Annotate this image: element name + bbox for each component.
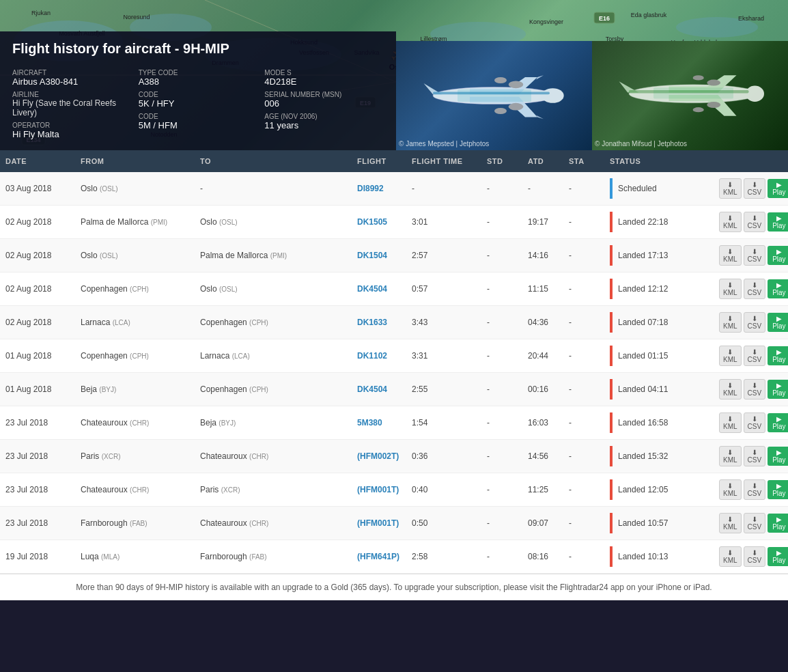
cell-status: Landed 15:32 [604, 440, 714, 473]
flight-link[interactable]: DK1505 [357, 217, 387, 227]
play-button[interactable]: ▶ Play [768, 413, 788, 432]
upgrade-banner: More than 90 days of 9H-MIP history is a… [0, 574, 788, 600]
flight-link[interactable]: DK4504 [357, 284, 387, 294]
play-button[interactable]: ▶ Play [768, 279, 788, 298]
play-button[interactable]: ▶ Play [768, 179, 788, 198]
mode-s-value: 4D218E [264, 76, 384, 87]
cell-from: Oslo (OSL) [75, 244, 195, 266]
csv-button[interactable]: ⬇ CSV [744, 279, 766, 299]
flight-link[interactable]: (HFM641P) [357, 552, 399, 561]
cell-sta: - [563, 178, 604, 199]
csv-button[interactable]: ⬇ CSV [744, 446, 766, 466]
cell-flight[interactable]: 5M380 [352, 412, 406, 434]
cell-status: Scheduled [604, 172, 714, 205]
cell-flight[interactable]: DI8992 [352, 178, 406, 199]
cell-from: Beja (BYJ) [75, 378, 195, 400]
flight-link[interactable]: DK1504 [357, 251, 387, 260]
play-button[interactable]: ▶ Play [768, 547, 788, 566]
kml-button[interactable]: ⬇ KML [719, 178, 742, 199]
status-text: Landed 17:13 [618, 251, 668, 260]
map-container: E16 E19 E134 Oslo ● Mosvath Austfjell Dr… [0, 0, 788, 150]
csv-button[interactable]: ⬇ CSV [744, 245, 766, 266]
serial-label: SERIAL NUMBER (MSN) [264, 91, 384, 98]
cell-status: Landed 07:18 [604, 306, 714, 339]
cell-std: - [481, 178, 522, 199]
kml-button[interactable]: ⬇ KML [719, 279, 742, 299]
cell-std: - [481, 479, 522, 501]
flight-link[interactable]: (HFM002T) [357, 451, 399, 461]
kml-button[interactable]: ⬇ KML [719, 212, 742, 232]
status-text: Landed 07:18 [618, 318, 668, 327]
cell-status: Landed 16:58 [604, 406, 714, 439]
cell-flight[interactable]: (HFM641P) [352, 546, 406, 568]
play-button[interactable]: ▶ Play [768, 346, 788, 365]
kml-button[interactable]: ⬇ KML [719, 379, 742, 400]
svg-marker-46 [536, 75, 544, 79]
csv-button[interactable]: ⬇ CSV [744, 212, 766, 232]
cell-actions: ⬇ KML ⬇ CSV ▶ Play [714, 339, 788, 372]
cell-flight[interactable]: (HFM001T) [352, 512, 406, 534]
status-text: Landed 10:57 [618, 518, 668, 528]
cell-flight[interactable]: DK1505 [352, 211, 406, 233]
kml-button[interactable]: ⬇ KML [719, 412, 742, 433]
play-button[interactable]: ▶ Play [768, 480, 788, 499]
play-button[interactable]: ▶ Play [768, 447, 788, 466]
cell-flight[interactable]: DK1102 [352, 345, 406, 367]
kml-button[interactable]: ⬇ KML [719, 312, 742, 333]
flight-link[interactable]: DK1633 [357, 318, 387, 327]
csv-button[interactable]: ⬇ CSV [744, 346, 766, 366]
svg-point-49 [508, 81, 523, 88]
kml-button[interactable]: ⬇ KML [719, 346, 742, 366]
action-buttons: ⬇ KML ⬇ CSV ▶ Play [719, 245, 788, 266]
play-button[interactable]: ▶ Play [768, 514, 788, 533]
cell-flight[interactable]: DK1504 [352, 244, 406, 266]
play-button[interactable]: ▶ Play [768, 212, 788, 232]
table-row: 03 Aug 2018 Oslo (OSL) - DI8992 - - - - … [0, 172, 788, 206]
cell-flight[interactable]: DK4504 [352, 378, 406, 400]
csv-button[interactable]: ⬇ CSV [744, 546, 766, 567]
cell-flight-time: 2:58 [406, 546, 481, 568]
csv-button[interactable]: ⬇ CSV [744, 178, 766, 199]
th-flight-time: FLIGHT TIME [406, 150, 481, 172]
flight-link[interactable]: DI8992 [357, 184, 384, 193]
flight-link[interactable]: DK1102 [357, 351, 387, 361]
cell-actions: ⬇ KML ⬇ CSV ▶ Play [714, 272, 788, 305]
csv-button[interactable]: ⬇ CSV [744, 479, 766, 500]
csv-button[interactable]: ⬇ CSV [744, 412, 766, 433]
cell-sta: - [563, 378, 604, 400]
cell-status: Landed 10:57 [604, 507, 714, 540]
kml-button[interactable]: ⬇ KML [719, 513, 742, 533]
kml-button[interactable]: ⬇ KML [719, 479, 742, 500]
cell-actions: ⬇ KML ⬇ CSV ▶ Play [714, 306, 788, 339]
cell-flight[interactable]: (HFM002T) [352, 445, 406, 467]
kml-button[interactable]: ⬇ KML [719, 245, 742, 266]
cell-date: 01 Aug 2018 [0, 345, 75, 367]
flight-link[interactable]: 5M380 [357, 418, 382, 428]
code2-value: 5M / HFM [139, 120, 258, 130]
cell-flight-time: 0:50 [406, 512, 481, 534]
flight-link[interactable]: DK4504 [357, 384, 387, 394]
kml-button[interactable]: ⬇ KML [719, 546, 742, 567]
cell-from: Chateauroux (CHR) [75, 479, 195, 501]
flight-link[interactable]: (HFM001T) [357, 485, 399, 494]
flight-link[interactable]: (HFM001T) [357, 518, 399, 528]
play-button[interactable]: ▶ Play [768, 246, 788, 265]
csv-button[interactable]: ⬇ CSV [744, 312, 766, 333]
cell-flight-time: 0:40 [406, 479, 481, 501]
cell-flight[interactable]: DK1633 [352, 311, 406, 333]
cell-flight[interactable]: (HFM001T) [352, 479, 406, 501]
cell-atd: 20:44 [522, 345, 563, 367]
play-button[interactable]: ▶ Play [768, 380, 788, 399]
cell-atd: - [522, 178, 563, 199]
csv-button[interactable]: ⬇ CSV [744, 379, 766, 400]
photo-right: © Jonathan Mifsud | Jetphotos [592, 41, 788, 150]
cell-to: Larnaca (LCA) [195, 345, 352, 367]
cell-flight[interactable]: DK4504 [352, 278, 406, 300]
table-row: 23 Jul 2018 Chateauroux (CHR) Beja (BYJ)… [0, 406, 788, 440]
svg-point-61 [692, 75, 703, 80]
csv-button[interactable]: ⬇ CSV [744, 513, 766, 533]
kml-button[interactable]: ⬇ KML [719, 446, 742, 466]
play-button[interactable]: ▶ Play [768, 313, 788, 332]
cell-to: Oslo (OSL) [195, 211, 352, 233]
type-code-section: TYPE CODE A388 Code 5K / HFY Code 5M / H… [139, 65, 258, 139]
